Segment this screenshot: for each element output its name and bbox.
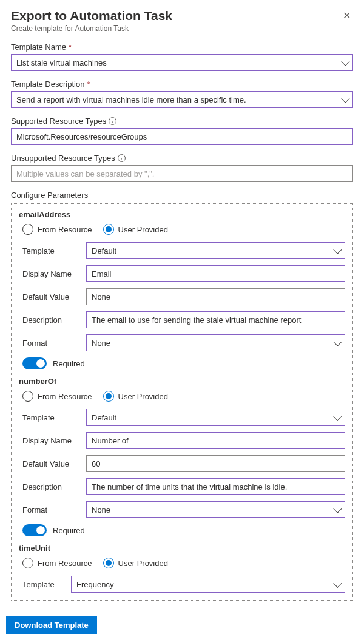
template-name-label: Template Name* [11, 42, 353, 52]
chevron-down-icon [341, 58, 349, 66]
template-description-label: Template Description* [11, 79, 353, 89]
parameters-container: emailAddress From Resource User Provided… [11, 203, 353, 601]
emailaddress-displayname-input[interactable]: Email [86, 265, 345, 282]
numberof-from-resource-radio[interactable]: From Resource [22, 391, 92, 402]
chevron-down-icon [333, 246, 342, 254]
template-name-select[interactable]: List stale virtual machines [11, 54, 353, 71]
supported-types-label: Supported Resource Types i [11, 116, 353, 126]
emailaddress-from-resource-radio[interactable]: From Resource [22, 224, 92, 235]
download-template-button[interactable]: Download Template [6, 616, 97, 634]
emailaddress-required-toggle[interactable] [22, 357, 47, 369]
info-icon[interactable]: i [109, 117, 116, 125]
row-label-template: Template [22, 246, 86, 255]
supported-types-input[interactable]: Microsoft.Resources/resourceGroups [11, 128, 353, 145]
numberof-displayname-input[interactable]: Number of [86, 432, 345, 449]
param-emailaddress-name: emailAddress [19, 210, 345, 219]
numberof-format-select[interactable]: None [86, 501, 345, 518]
chevron-down-icon [341, 95, 349, 103]
param-numberof-name: numberOf [19, 377, 345, 386]
row-label-displayname: Display Name [22, 269, 86, 278]
emailaddress-template-select[interactable]: Default [86, 242, 345, 259]
page-subtitle: Create template for Automation Task [11, 24, 172, 33]
numberof-required-toggle[interactable] [22, 524, 47, 536]
unsupported-types-label: Unsupported Resource Types i [11, 153, 353, 163]
timeunit-template-select[interactable]: Frequency [71, 576, 345, 593]
timeunit-from-resource-radio[interactable]: From Resource [22, 558, 92, 568]
chevron-down-icon [333, 413, 342, 421]
chevron-down-icon [333, 579, 342, 588]
row-label-format: Format [22, 339, 86, 348]
row-label-description: Description [22, 315, 86, 325]
param-timeunit-name: timeUnit [19, 544, 345, 553]
emailaddress-user-provided-radio[interactable]: User Provided [103, 224, 168, 235]
row-label-defaultvalue: Default Value [22, 292, 86, 302]
timeunit-user-provided-radio[interactable]: User Provided [103, 558, 168, 568]
numberof-description-input[interactable]: The number of time units that the virtua… [86, 478, 345, 495]
configure-parameters-label: Configure Parameters [11, 190, 353, 200]
page-title: Export to Automation Task [11, 8, 172, 23]
emailaddress-defaultvalue-input[interactable]: None [86, 288, 345, 305]
emailaddress-description-input[interactable]: The email to use for sending the stale v… [86, 311, 345, 328]
chevron-down-icon [333, 338, 342, 346]
numberof-template-select[interactable]: Default [86, 409, 345, 426]
close-icon[interactable]: ✕ [340, 8, 353, 23]
emailaddress-format-select[interactable]: None [86, 334, 345, 351]
template-description-select[interactable]: Send a report with virtual machines idle… [11, 91, 353, 108]
chevron-down-icon [333, 505, 342, 513]
numberof-defaultvalue-input[interactable]: 60 [86, 455, 345, 472]
required-label: Required [53, 359, 85, 368]
unsupported-types-input[interactable]: Multiple values can be separated by ",". [11, 165, 353, 182]
info-icon[interactable]: i [118, 154, 126, 162]
numberof-user-provided-radio[interactable]: User Provided [103, 391, 168, 402]
